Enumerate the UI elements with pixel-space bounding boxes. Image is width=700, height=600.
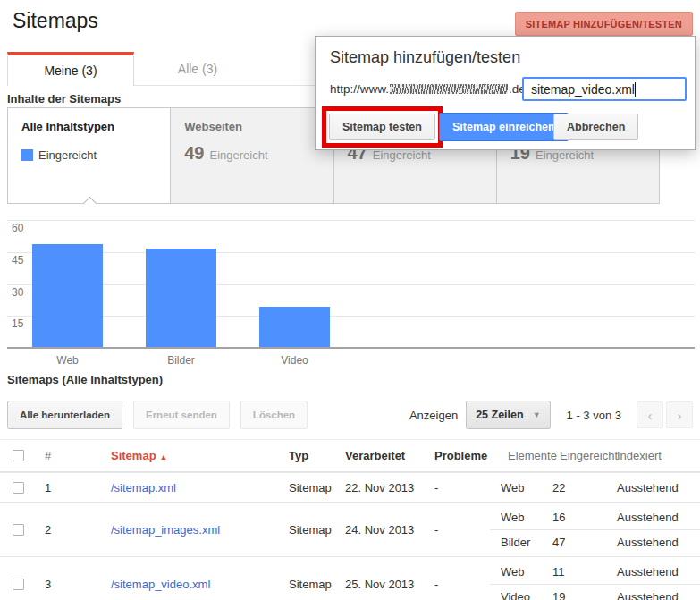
- header-indexiert[interactable]: Indexiert: [610, 449, 700, 462]
- row-checkbox-cell: [0, 579, 38, 590]
- indexed-status: Ausstehend: [610, 475, 700, 500]
- sitemap-type: Sitemap: [282, 481, 340, 494]
- row-checkbox-cell: [0, 524, 38, 536]
- card-title: Alle Inhaltstypen: [21, 120, 156, 134]
- chevron-right-icon: ›: [678, 408, 682, 423]
- bar-video: [259, 307, 330, 347]
- header-elemente[interactable]: Elemente: [490, 449, 547, 462]
- table-header-row: # Sitemap▲ Typ Verarbeitet Probleme Elem…: [0, 440, 700, 472]
- x-axis-tick-label: Web: [32, 354, 103, 367]
- element-type: Web: [490, 559, 547, 584]
- gridline: [7, 252, 695, 253]
- chart-plot: 15304560WebBilderVideo: [7, 221, 695, 349]
- sitemap-link-cell: /sitemap.xml: [104, 481, 282, 494]
- table-section-title: Sitemaps (Alle Inhaltstypen): [7, 373, 163, 386]
- problems-value: -: [427, 578, 490, 591]
- test-sitemap-button[interactable]: Sitemap testen: [329, 114, 435, 140]
- submitted-count: 19: [547, 584, 610, 600]
- prev-page-button[interactable]: ‹: [637, 401, 663, 428]
- y-axis-tick-label: 15: [12, 317, 23, 330]
- row-checkbox-cell: [0, 482, 38, 494]
- x-axis-tick-label: Bilder: [146, 354, 216, 367]
- submitted-count: 11: [547, 559, 610, 584]
- gridline: [7, 316, 695, 317]
- card-count: 49: [184, 143, 204, 164]
- element-type: Web: [490, 475, 547, 500]
- indexed-status: Ausstehend: [610, 529, 700, 554]
- x-axis-line: [7, 347, 695, 349]
- site-url-prefix: http://www..de/: [330, 82, 529, 96]
- header-sitemap[interactable]: Sitemap▲: [104, 449, 282, 462]
- card-all-content-types[interactable]: Alle Inhaltstypen Eingereicht: [8, 108, 170, 203]
- sitemap-link[interactable]: /sitemap_images.xml: [111, 523, 220, 537]
- element-type: Web: [490, 504, 547, 529]
- sitemap-type: Sitemap: [282, 578, 340, 591]
- table-toolbar: Alle herunterladen Erneut senden Löschen…: [7, 401, 693, 429]
- y-axis-tick-label: 30: [12, 286, 23, 299]
- row-number: 2: [38, 523, 104, 537]
- sitemap-link-cell: /sitemap_images.xml: [104, 523, 282, 537]
- gridline: [7, 220, 695, 221]
- content-section-title: Inhalte der Sitemaps: [7, 92, 121, 106]
- chevron-left-icon: ‹: [648, 408, 653, 423]
- table-row: 3/sitemap_video.xmlSitemap25. Nov 2013-W…: [0, 556, 700, 600]
- indexed-status: Ausstehend: [610, 584, 700, 600]
- legend-swatch-icon: [21, 149, 33, 161]
- delete-button[interactable]: Löschen: [240, 401, 308, 429]
- bar-web: [32, 244, 103, 347]
- add-sitemap-button[interactable]: SITEMAP HINZUFÜGEN/TESTEN: [515, 12, 693, 36]
- row-number: 1: [38, 481, 104, 494]
- tab-meine[interactable]: Meine (3): [7, 52, 134, 86]
- header-probleme[interactable]: Probleme: [427, 449, 490, 462]
- resend-button[interactable]: Erneut senden: [133, 401, 230, 429]
- dialog-title: Sitemap hinzufügen/testen: [330, 48, 520, 67]
- header-verarbeitet[interactable]: Verarbeitet: [340, 449, 427, 462]
- selected-card-notch: [83, 197, 97, 211]
- sitemap-link[interactable]: /sitemap_video.xml: [111, 578, 210, 591]
- sitemap-type: Sitemap: [282, 523, 340, 537]
- sitemap-path-input[interactable]: sitemap_video.xml: [522, 77, 687, 101]
- bar-bilder: [146, 249, 216, 347]
- sitemap-link-cell: /sitemap_video.xml: [104, 578, 282, 591]
- indexed-status: Ausstehend: [610, 504, 700, 529]
- card-count-label: Eingereicht: [210, 148, 268, 162]
- y-axis-tick-label: 45: [12, 254, 23, 266]
- legend-row: Eingereicht: [21, 148, 156, 162]
- row-checkbox[interactable]: [13, 482, 24, 494]
- indexed-status: Ausstehend: [610, 559, 700, 584]
- page-title: Sitemaps: [13, 9, 98, 33]
- submitted-count: 47: [547, 529, 610, 554]
- header-eingereicht[interactable]: Eingereicht: [547, 449, 610, 462]
- cancel-button[interactable]: Abbrechen: [553, 114, 638, 140]
- table-row: 1/sitemap.xmlSitemap22. Nov 2013-Web22Au…: [0, 472, 700, 502]
- submitted-count: 16: [547, 504, 610, 529]
- table-body: 1/sitemap.xmlSitemap22. Nov 2013-Web22Au…: [0, 472, 700, 600]
- table-row: 2/sitemap_images.xmlSitemap24. Nov 2013-…: [0, 502, 700, 556]
- y-axis-tick-label: 60: [12, 222, 23, 234]
- sitemaps-page: Sitemaps SITEMAP HINZUFÜGEN/TESTEN Meine…: [0, 0, 700, 600]
- header-typ[interactable]: Typ: [282, 449, 340, 462]
- legend-label: Eingereicht: [38, 148, 97, 162]
- show-rows-label: Anzeigen: [409, 409, 458, 422]
- add-sitemap-dialog: Sitemap hinzufügen/testen http://www..de…: [315, 36, 696, 150]
- sitemap-link[interactable]: /sitemap.xml: [111, 481, 176, 494]
- card-count-label: Eingereicht: [373, 148, 431, 162]
- tab-alle[interactable]: Alle (3): [134, 52, 261, 85]
- next-page-button[interactable]: ›: [666, 401, 693, 428]
- row-checkbox[interactable]: [13, 524, 24, 536]
- text-cursor: [635, 82, 636, 97]
- select-all-checkbox[interactable]: [13, 450, 24, 461]
- row-checkbox[interactable]: [13, 579, 24, 590]
- card-webseiten[interactable]: Webseiten 49 Eingereicht: [170, 108, 333, 203]
- card-title: Webseiten: [184, 120, 319, 134]
- problems-value: -: [427, 523, 490, 537]
- header-num: #: [38, 449, 104, 462]
- submit-sitemap-button[interactable]: Sitemap einreichen: [439, 113, 569, 141]
- rows-per-page-select[interactable]: 25 Zeilen ▼: [466, 401, 550, 429]
- row-number: 3: [38, 578, 104, 591]
- red-annotation-box: Sitemap testen: [322, 106, 443, 148]
- card-count-label: Eingereicht: [536, 148, 594, 162]
- gridline: [7, 284, 695, 285]
- redacted-domain: [390, 84, 508, 94]
- download-all-button[interactable]: Alle herunterladen: [7, 401, 122, 429]
